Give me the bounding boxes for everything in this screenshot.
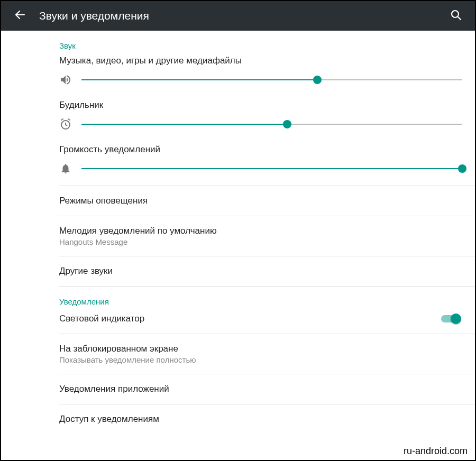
row-lockscreen-sub: Показывать уведомление полностью <box>59 355 462 364</box>
row-notification-access-title: Доступ к уведомлениям <box>59 414 462 425</box>
row-app-notifications-title: Уведомления приложений <box>59 384 462 394</box>
alarm-volume-label: Будильник <box>59 100 462 110</box>
row-pulse-light[interactable]: Световой индикатор <box>1 308 475 334</box>
bell-icon <box>59 162 72 175</box>
section-header-sound: Звук <box>1 31 475 52</box>
alarm-volume-slider[interactable] <box>81 118 462 131</box>
row-ringtone-sub: Hangouts Message <box>59 237 462 246</box>
row-other-sounds-title: Другие звуки <box>59 266 462 276</box>
svg-line-2 <box>457 16 461 20</box>
row-lockscreen-title: На заблокированном экране <box>59 344 462 354</box>
svg-line-7 <box>68 119 70 120</box>
row-modes[interactable]: Режимы оповещения <box>1 186 475 216</box>
row-ringtone-title: Мелодия уведомлений по умолчанию <box>59 226 462 236</box>
section-header-notifications: Уведомления <box>1 287 475 308</box>
row-modes-title: Режимы оповещения <box>59 196 462 206</box>
appbar: Звуки и уведомления <box>1 1 475 31</box>
media-volume-slider[interactable] <box>81 73 462 86</box>
notif-volume-label: Громкость уведомлений <box>59 144 462 155</box>
media-volume-block: Музыка, видео, игры и другие медиафайлы <box>1 52 475 97</box>
alarm-volume-block: Будильник <box>1 97 475 141</box>
row-lockscreen[interactable]: На заблокированном экране Показывать уве… <box>1 334 475 374</box>
alarm-icon <box>59 118 72 131</box>
row-notification-access[interactable]: Доступ к уведомлениям <box>1 404 475 428</box>
svg-line-5 <box>66 125 67 126</box>
settings-list: Звук Музыка, видео, игры и другие медиаф… <box>1 31 475 428</box>
row-ringtone[interactable]: Мелодия уведомлений по умолчанию Hangout… <box>1 216 475 256</box>
row-pulse-light-title: Световой индикатор <box>59 314 441 324</box>
search-icon <box>450 8 462 23</box>
appbar-title: Звуки и уведомления <box>39 10 445 22</box>
svg-line-6 <box>61 119 63 120</box>
back-button[interactable] <box>10 5 31 26</box>
media-volume-label: Музыка, видео, игры и другие медиафайлы <box>59 56 462 66</box>
notif-volume-slider[interactable] <box>81 162 462 175</box>
watermark: ru-android.com <box>404 446 468 457</box>
arrow-back-icon <box>14 8 26 23</box>
volume-up-icon <box>59 73 72 86</box>
row-app-notifications[interactable]: Уведомления приложений <box>1 374 475 404</box>
search-button[interactable] <box>445 5 466 26</box>
pulse-light-switch[interactable] <box>441 314 462 324</box>
notif-volume-block: Громкость уведомлений <box>1 141 475 186</box>
row-other-sounds[interactable]: Другие звуки <box>1 256 475 286</box>
